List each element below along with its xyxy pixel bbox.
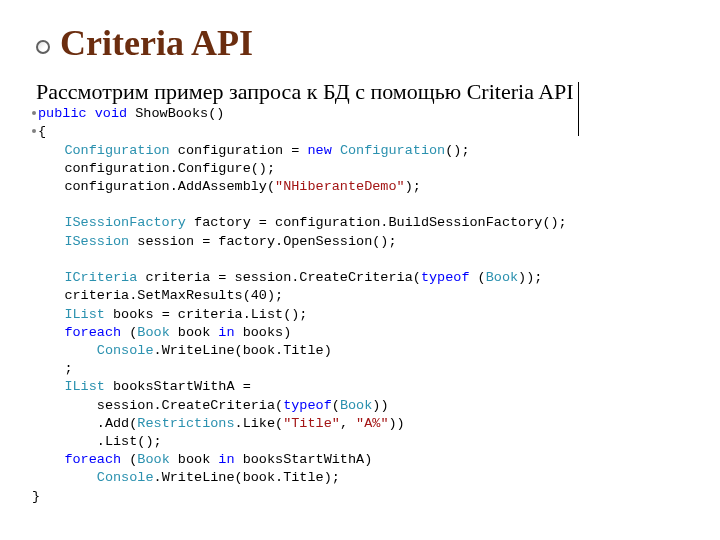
tok: configuration.AddAssembly( [32,179,275,194]
tok: books) [235,325,292,340]
tok: "A%" [356,416,388,431]
tok: } [32,489,40,504]
tok: ISessionFactory [64,215,186,230]
tok: ISession [64,234,129,249]
list-bullet-icon [32,129,36,133]
tok: criteria.SetMaxResults(40); [32,288,283,303]
tok: .WriteLine(book.Title) [154,343,332,358]
tok: book [170,452,219,467]
tok: ; [32,361,73,376]
tok: Book [340,398,372,413]
tok: Restrictions [137,416,234,431]
tok: Book [137,452,169,467]
tok: typeof [283,398,332,413]
tok: book [170,325,219,340]
tok: ( [469,270,485,285]
tok: ICriteria [64,270,137,285]
tok: ( [332,398,340,413]
tok: Book [486,270,518,285]
tok: Configuration [332,143,445,158]
tok: ); [405,179,421,194]
tok: .WriteLine(book.Title); [154,470,340,485]
tok: in [218,325,234,340]
tok: Console [97,343,154,358]
tok: (); [445,143,469,158]
tok: booksStartWithA = [105,379,251,394]
tok: in [218,452,234,467]
tok: ShowBooks() [127,106,224,121]
lead-paragraph: Рассмотрим пример запроса к БД с помощью… [36,78,684,106]
tok: .Like( [235,416,284,431]
tok: IList [64,307,105,322]
tok: , [340,416,356,431]
tok: criteria = session.CreateCriteria( [137,270,421,285]
tok: booksStartWithA) [235,452,373,467]
tok: Console [97,470,154,485]
tok: Book [137,325,169,340]
tok: void [95,106,127,121]
tok: new [307,143,331,158]
tok: books = criteria.List(); [105,307,308,322]
tok: ( [121,325,137,340]
tok: public [38,106,87,121]
tok: IList [64,379,105,394]
list-bullet-icon [32,111,36,115]
tok: { [38,124,46,139]
tok: ( [121,452,137,467]
tok: foreach [64,452,121,467]
code-block: public void ShowBooks() { Configuration … [32,105,684,506]
tok: session.CreateCriteria( [32,398,283,413]
tok: configuration.Configure(); [32,161,275,176]
tok: Configuration [64,143,169,158]
tok: typeof [421,270,470,285]
tok: .Add( [32,416,137,431]
tok: )) [388,416,404,431]
tok: "NHiberanteDemo" [275,179,405,194]
tok: configuration = [170,143,308,158]
tok: )); [518,270,542,285]
page-title: Criteria API [60,24,253,64]
title-bullet-icon [36,40,50,54]
tok: foreach [64,325,121,340]
tok: "Title" [283,416,340,431]
tok: )) [372,398,388,413]
tok: session = factory.OpenSession(); [129,234,396,249]
tok: factory = configuration.BuildSessionFact… [186,215,567,230]
tok: .List(); [32,434,162,449]
slide: Criteria API Рассмотрим пример запроса к… [0,0,720,506]
title-row: Criteria API [36,24,684,64]
